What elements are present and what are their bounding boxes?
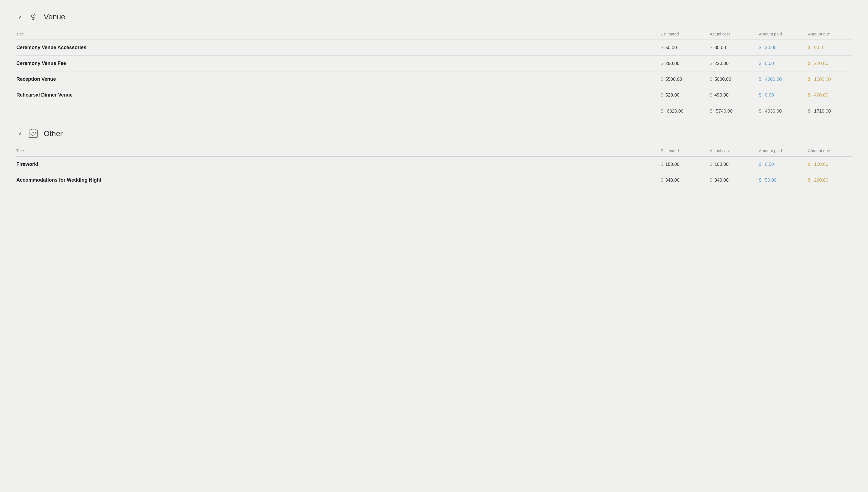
totals-estimated-value: 6320.00	[665, 108, 683, 114]
totals-label-cell	[16, 103, 655, 117]
actual-cost-value: 220.00	[714, 61, 728, 66]
dollar-icon: $	[710, 162, 712, 167]
totals-actual_cost-value: 5740.00	[714, 108, 733, 114]
section-other: ∨ OtherTitleEstimatedActual costAmount p…	[16, 128, 852, 188]
amount-due-cell: $ 100.00	[802, 156, 852, 172]
amount-due-value: 1000.00	[813, 77, 830, 82]
dollar-icon: $	[661, 45, 663, 50]
amount-paid-value: 0.00	[764, 162, 774, 167]
estimated-cell: $150.00	[655, 156, 704, 172]
actual-cost-value: 490.00	[714, 93, 728, 98]
dollar-icon: $	[661, 162, 663, 167]
amount-due-value: 220.00	[813, 61, 828, 66]
totals-estimated-cell: $ 6320.00	[655, 103, 704, 117]
section-title: Other	[44, 129, 63, 138]
section-title: Venue	[44, 13, 65, 21]
amount-due-value: 290.00	[813, 177, 828, 183]
amount-paid-value: 0.00	[764, 93, 774, 98]
totals-actual_cost-cell: $ 5740.00	[704, 103, 753, 117]
table-row: Reception Venue$5500.00$5000.00$ 4000.00…	[16, 71, 852, 87]
dollar-icon: $	[808, 162, 811, 167]
actual-cost-cell: $340.00	[704, 172, 753, 188]
estimated-value: 250.00	[665, 61, 679, 66]
amount-paid-cell: $ 0.00	[753, 56, 802, 71]
col-header-amount_paid: Amount paid	[753, 146, 802, 156]
table-row: Rehearsal Dinner Venue$520.00$490.00$ 0.…	[16, 87, 852, 103]
table-row: Firework!$150.00$100.00$ 0.00$ 100.00	[16, 156, 852, 172]
dollar-icon: $	[710, 178, 712, 183]
venue-icon	[27, 11, 39, 23]
actual-cost-value: 100.00	[714, 162, 728, 167]
actual-cost-value: 30.00	[714, 45, 726, 50]
amount-paid-value: 30.00	[764, 45, 776, 50]
amount-due-cell: $ 220.00	[802, 56, 852, 71]
actual-cost-cell: $220.00	[704, 56, 753, 71]
estimated-value: 50.00	[665, 45, 677, 50]
chevron-down-icon[interactable]: ∨	[16, 14, 23, 20]
svg-rect-4	[29, 131, 38, 138]
dollar-icon: $	[710, 61, 712, 66]
chevron-down-icon[interactable]: ∨	[16, 131, 23, 137]
item-title: Accommodations for Wedding Night	[16, 172, 655, 188]
amount-due-value: 0.00	[813, 45, 823, 50]
amount-due-value: 100.00	[813, 162, 828, 167]
dollar-icon: $	[710, 77, 712, 82]
totals-amount_due-value: 1710.00	[813, 108, 830, 114]
dollar-icon: $	[808, 177, 811, 183]
item-title: Reception Venue	[16, 71, 655, 87]
dollar-icon: $	[759, 61, 761, 66]
amount-paid-value: 4000.00	[764, 77, 782, 82]
other-icon	[27, 128, 39, 140]
col-header-amount_due: Amount due	[802, 29, 852, 40]
col-header-estimated: Estimated	[655, 29, 704, 40]
dollar-icon: $	[661, 77, 663, 82]
other-table: TitleEstimatedActual costAmount paidAmou…	[16, 146, 852, 188]
totals-amount_due-cell: $ 1710.00	[802, 103, 852, 117]
dollar-icon: $	[808, 108, 811, 114]
col-header-actual_cost: Actual cost	[704, 29, 753, 40]
actual-cost-value: 340.00	[714, 177, 728, 183]
dollar-icon: $	[808, 93, 811, 98]
col-header-title: Title	[16, 29, 655, 40]
amount-paid-value: 50.00	[764, 177, 776, 183]
actual-cost-cell: $5000.00	[704, 71, 753, 87]
estimated-cell: $340.00	[655, 172, 704, 188]
col-header-amount_paid: Amount paid	[753, 29, 802, 40]
dollar-icon: $	[808, 61, 811, 66]
amount-paid-cell: $ 0.00	[753, 87, 802, 103]
estimated-value: 340.00	[665, 177, 679, 183]
dollar-icon: $	[661, 61, 663, 66]
col-header-actual_cost: Actual cost	[704, 146, 753, 156]
totals-amount_paid-value: 4030.00	[764, 108, 782, 114]
estimated-cell: $5500.00	[655, 71, 704, 87]
dollar-icon: $	[710, 93, 712, 98]
actual-cost-cell: $490.00	[704, 87, 753, 103]
dollar-icon: $	[759, 93, 761, 98]
estimated-cell: $520.00	[655, 87, 704, 103]
col-header-amount_due: Amount due	[802, 146, 852, 156]
dollar-icon: $	[661, 108, 663, 114]
estimated-value: 5500.00	[665, 77, 682, 82]
dollar-icon: $	[759, 77, 761, 82]
col-header-estimated: Estimated	[655, 146, 704, 156]
actual-cost-cell: $100.00	[704, 156, 753, 172]
dollar-icon: $	[710, 108, 712, 114]
amount-paid-cell: $ 50.00	[753, 172, 802, 188]
estimated-cell: $250.00	[655, 56, 704, 71]
amount-due-cell: $ 490.00	[802, 87, 852, 103]
amount-paid-cell: $ 30.00	[753, 40, 802, 56]
amount-due-value: 490.00	[813, 93, 828, 98]
venue-table: TitleEstimatedActual costAmount paidAmou…	[16, 29, 852, 117]
dollar-icon: $	[808, 77, 811, 82]
estimated-value: 520.00	[665, 93, 679, 98]
table-row: Ceremony Venue Fee$250.00$220.00$ 0.00$ …	[16, 56, 852, 71]
totals-amount_paid-cell: $ 4030.00	[753, 103, 802, 117]
dollar-icon: $	[661, 178, 663, 183]
amount-due-cell: $ 0.00	[802, 40, 852, 56]
dollar-icon: $	[710, 45, 712, 50]
dollar-icon: $	[661, 93, 663, 98]
item-title: Rehearsal Dinner Venue	[16, 87, 655, 103]
col-header-title: Title	[16, 146, 655, 156]
dollar-icon: $	[808, 45, 811, 50]
item-title: Firework!	[16, 156, 655, 172]
